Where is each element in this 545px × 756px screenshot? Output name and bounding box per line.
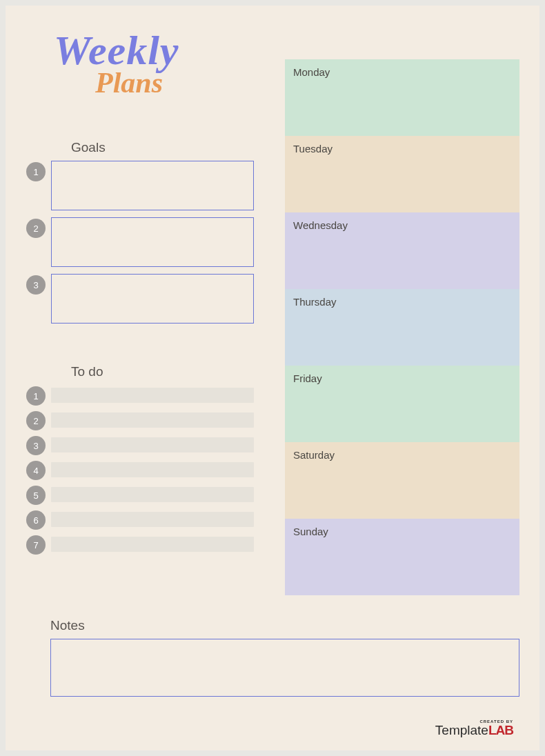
- day-friday[interactable]: Friday: [285, 366, 519, 442]
- goal-input-3[interactable]: [51, 274, 254, 324]
- day-label: Wednesday: [293, 219, 348, 231]
- todo-heading: To do: [71, 364, 254, 379]
- todo-row: 3: [26, 435, 254, 455]
- todo-row: 6: [26, 509, 254, 530]
- title: Weekly Plans: [54, 30, 179, 97]
- todo-number-badge: 6: [26, 510, 46, 530]
- notes-heading: Notes: [50, 618, 519, 633]
- todo-number-badge: 7: [26, 535, 46, 555]
- day-label: Thursday: [293, 296, 337, 308]
- todo-row: 5: [26, 484, 254, 505]
- todo-section: To do 1 2 3 4 5 6 7: [26, 364, 254, 559]
- footer-credit: CREATED BY TemplateLAB: [435, 719, 513, 737]
- goal-row: 3: [26, 274, 254, 324]
- goal-row: 1: [26, 161, 254, 210]
- day-label: Saturday: [293, 449, 335, 461]
- goal-input-1[interactable]: [51, 161, 254, 210]
- notes-input[interactable]: [50, 639, 519, 697]
- day-sunday[interactable]: Sunday: [285, 519, 519, 595]
- todo-input-4[interactable]: [51, 462, 254, 477]
- goals-heading: Goals: [71, 140, 254, 155]
- day-wednesday[interactable]: Wednesday: [285, 212, 519, 289]
- todo-input-5[interactable]: [51, 487, 254, 502]
- todo-number-badge: 5: [26, 486, 46, 505]
- day-label: Tuesday: [293, 143, 333, 155]
- day-monday[interactable]: Monday: [285, 59, 519, 136]
- notes-section: Notes: [50, 618, 519, 697]
- footer-brand-1: Template: [435, 723, 488, 737]
- planner-page: Weekly Plans Goals 1 2 3 To do 1 2 3: [6, 6, 539, 750]
- day-saturday[interactable]: Saturday: [285, 442, 519, 519]
- footer-brand-2: LAB: [488, 723, 513, 737]
- todo-input-2[interactable]: [51, 412, 254, 428]
- title-line-1: Weekly: [54, 30, 179, 71]
- goal-input-2[interactable]: [51, 217, 254, 267]
- day-label: Friday: [293, 372, 322, 384]
- goals-section: Goals 1 2 3: [26, 140, 254, 330]
- goal-number-badge: 3: [26, 275, 46, 295]
- todo-row: 1: [26, 385, 254, 406]
- days-column: Monday Tuesday Wednesday Thursday Friday…: [285, 59, 519, 595]
- footer-logo: TemplateLAB: [435, 724, 513, 737]
- day-label: Monday: [293, 66, 330, 78]
- goal-number-badge: 2: [26, 219, 46, 238]
- todo-row: 7: [26, 534, 254, 555]
- todo-number-badge: 1: [26, 386, 46, 406]
- todo-row: 2: [26, 410, 254, 430]
- todo-row: 4: [26, 459, 254, 480]
- todo-input-7[interactable]: [51, 537, 254, 552]
- day-tuesday[interactable]: Tuesday: [285, 136, 519, 212]
- todo-number-badge: 4: [26, 461, 46, 480]
- todo-input-1[interactable]: [51, 388, 254, 403]
- todo-input-3[interactable]: [51, 437, 254, 452]
- goal-number-badge: 1: [26, 162, 46, 181]
- todo-number-badge: 3: [26, 436, 46, 455]
- todo-number-badge: 2: [26, 411, 46, 430]
- todo-input-6[interactable]: [51, 512, 254, 527]
- goal-row: 2: [26, 217, 254, 267]
- day-label: Sunday: [293, 526, 328, 537]
- day-thursday[interactable]: Thursday: [285, 289, 519, 366]
